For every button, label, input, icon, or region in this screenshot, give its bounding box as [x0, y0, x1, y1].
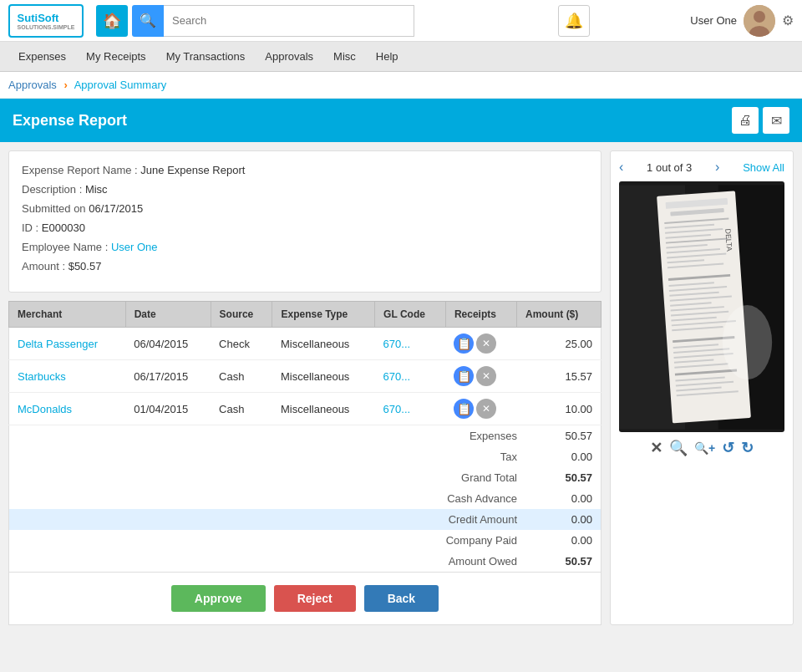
main-content: Expense Report Name : June Expense Repor… [0, 142, 802, 634]
top-bar: SutiSoft SOLUTIONS.SIMPLE 🏠 🔍 🔔 User One… [0, 0, 802, 42]
receipt-remove-icon[interactable]: ✕ [476, 366, 496, 386]
report-id-label: ID : [22, 221, 38, 234]
receipt-delete-button[interactable]: ✕ [650, 439, 662, 457]
summary-amount-owed-val: 50.57 [542, 555, 592, 568]
page-header: Expense Report 🖨 ✉ [0, 99, 802, 142]
search-input[interactable] [164, 5, 414, 37]
svg-point-1 [754, 11, 765, 23]
report-name-row: Expense Report Name : June Expense Repor… [22, 164, 588, 176]
cell-date: 06/17/2015 [125, 360, 211, 393]
report-submitted-row: Submitted on 06/17/2015 [22, 202, 588, 215]
cell-gl-code: 670... [375, 393, 446, 425]
receipt-prev-button[interactable]: ‹ [619, 160, 623, 175]
table-row: Starbucks 06/17/2015 Cash Miscellaneous … [9, 360, 602, 393]
summary-expenses-label: Expenses [417, 430, 517, 442]
receipt-counter: 1 out of 3 [647, 161, 692, 174]
gl-code-link[interactable]: 670... [383, 370, 411, 383]
summary-expenses-row: Expenses 50.57 [9, 425, 601, 446]
nav-item-expenses[interactable]: Expenses [8, 42, 76, 72]
receipt-rotate-ccw-button[interactable]: ↺ [722, 439, 734, 457]
summary-company-paid-row: Company Paid 0.00 [9, 530, 601, 551]
back-button[interactable]: Back [364, 585, 439, 612]
merchant-link[interactable]: Starbucks [18, 370, 66, 383]
reject-button[interactable]: Reject [274, 585, 356, 612]
receipt-zoom-out-button[interactable]: 🔍 [669, 439, 688, 457]
user-name: User One [690, 14, 737, 27]
settings-icon[interactable]: ⚙ [782, 13, 794, 28]
gl-code-link[interactable]: 670... [383, 403, 411, 415]
summary-credit-amount-row: Credit Amount 0.00 [9, 509, 601, 530]
cell-receipts: 📋 ✕ [445, 360, 516, 393]
receipt-view-icon[interactable]: 📋 [454, 399, 474, 419]
receipt-next-button[interactable]: › [715, 160, 719, 175]
summary-amount-owed-row: Amount Owed 50.57 [9, 551, 601, 572]
col-header-amount: Amount ($) [516, 302, 601, 328]
col-header-gl-code: GL Code [375, 302, 446, 328]
nav-item-my-receipts[interactable]: My Receipts [76, 42, 156, 72]
merchant-link[interactable]: Delta Passenger [18, 338, 98, 350]
search-area: 🔍 [132, 5, 550, 37]
svg-text:DELTA: DELTA [723, 228, 733, 252]
cell-merchant: McDonalds [9, 393, 126, 425]
action-buttons: Approve Reject Back [8, 573, 602, 625]
cell-gl-code: 670... [375, 328, 446, 360]
receipt-view-icon[interactable]: 📋 [454, 366, 474, 386]
summary-tax-val: 0.00 [542, 451, 592, 463]
receipt-remove-icon[interactable]: ✕ [476, 333, 496, 354]
search-button[interactable]: 🔍 [132, 5, 164, 37]
notification-button[interactable]: 🔔 [558, 5, 590, 37]
receipt-zoom-in-button[interactable]: 🔍+ [694, 439, 715, 457]
summary-tax-row: Tax 0.00 [9, 446, 601, 467]
receipt-remove-icon[interactable]: ✕ [476, 399, 496, 419]
summary-company-paid-val: 0.00 [542, 534, 592, 547]
cell-receipts: 📋 ✕ [445, 393, 516, 425]
cell-gl-code: 670... [375, 360, 446, 393]
email-icon: ✉ [771, 113, 782, 129]
summary-expenses-val: 50.57 [542, 430, 592, 442]
cell-merchant: Delta Passenger [9, 328, 126, 360]
main-nav: Expenses My Receipts My Transactions App… [0, 42, 802, 72]
header-icons: 🖨 ✉ [732, 107, 789, 134]
receipt-view-icon[interactable]: 📋 [454, 333, 474, 354]
summary-credit-amount-label: Credit Amount [417, 513, 517, 526]
col-header-date: Date [125, 302, 211, 328]
nav-item-my-transactions[interactable]: My Transactions [156, 42, 256, 72]
cell-date: 01/04/2015 [125, 393, 211, 425]
left-panel: Expense Report Name : June Expense Repor… [8, 150, 602, 625]
summary-company-paid-label: Company Paid [417, 534, 517, 547]
summary-cash-advance-row: Cash Advance 0.00 [9, 488, 601, 509]
nav-item-misc[interactable]: Misc [323, 42, 366, 72]
cell-source: Check [211, 328, 272, 360]
col-header-receipts: Receipts [445, 302, 516, 328]
user-area: User One ⚙ [690, 5, 794, 37]
nav-item-help[interactable]: Help [366, 42, 409, 72]
report-submitted-label: Submitted on [22, 202, 89, 215]
breadcrumb-separator: › [63, 79, 67, 91]
breadcrumb-parent[interactable]: Approvals [8, 79, 57, 91]
nav-item-approvals[interactable]: Approvals [255, 42, 323, 72]
report-id-row: ID : E000030 [22, 221, 588, 234]
report-employee-val[interactable]: User One [111, 241, 158, 253]
search-icon: 🔍 [140, 13, 156, 28]
cell-amount: 10.00 [516, 393, 601, 425]
email-button[interactable]: ✉ [763, 107, 789, 134]
home-button[interactable]: 🏠 [96, 5, 128, 37]
breadcrumb-current: Approval Summary [74, 79, 167, 91]
receipt-rotate-cw-button[interactable]: ↻ [741, 439, 754, 457]
cell-expense-type: Miscellaneous [272, 393, 375, 425]
receipt-controls: ✕ 🔍 🔍+ ↺ ↻ [619, 439, 784, 457]
approve-button[interactable]: Approve [171, 585, 266, 612]
logo-area: SutiSoft SOLUTIONS.SIMPLE [8, 4, 84, 38]
merchant-link[interactable]: McDonalds [18, 403, 72, 415]
svg-point-42 [723, 305, 772, 379]
right-panel: ‹ 1 out of 3 › Show All [610, 150, 794, 625]
report-desc-val: Misc [85, 183, 108, 196]
print-button[interactable]: 🖨 [732, 107, 759, 134]
page-title: Expense Report [13, 112, 127, 130]
cell-receipts: 📋 ✕ [445, 328, 516, 360]
cell-amount: 25.00 [516, 328, 601, 360]
show-all-button[interactable]: Show All [743, 161, 784, 174]
report-name-val: June Expense Report [140, 164, 245, 176]
col-header-merchant: Merchant [9, 302, 126, 328]
gl-code-link[interactable]: 670... [383, 338, 411, 350]
